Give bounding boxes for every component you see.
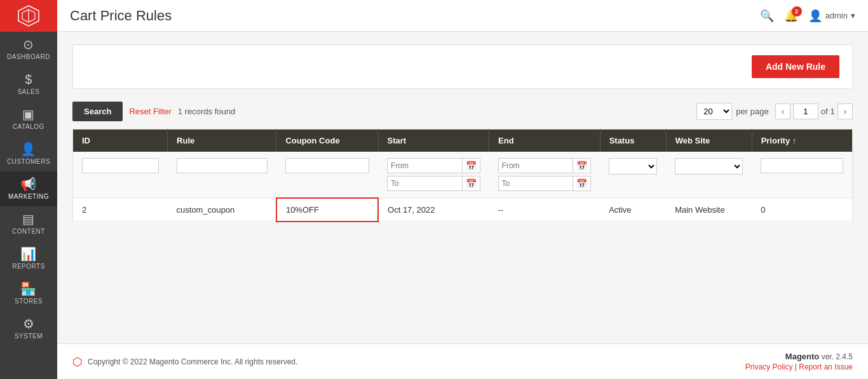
chevron-down-icon: ▾ <box>851 11 855 20</box>
start-to-calendar-button[interactable]: 📅 <box>462 176 480 190</box>
report-issue-link[interactable]: Report an Issue <box>799 362 853 371</box>
sidebar-item-marketing[interactable]: 📢 MARKETING <box>0 171 57 206</box>
filter-end: 📅 📅 <box>498 158 592 191</box>
sidebar-item-reports[interactable]: 📊 REPORTS <box>0 241 57 276</box>
customers-icon: 👤 <box>20 143 37 156</box>
page-title: Cart Price Rules <box>70 8 172 24</box>
sidebar-label-marketing: MARKETING <box>8 193 49 200</box>
sales-icon: $ <box>25 73 32 86</box>
col-header-start: Start <box>378 130 489 152</box>
page-total: of 1 <box>821 107 835 116</box>
sidebar-label-dashboard: DASHBOARD <box>7 53 50 60</box>
sidebar: ⊙ DASHBOARD $ SALES ▣ CATALOG 👤 CUSTOMER… <box>0 0 57 379</box>
footer-separator: | <box>795 362 797 371</box>
filter-start-from-input[interactable] <box>388 159 462 172</box>
filter-id-input[interactable] <box>82 158 159 173</box>
search-button[interactable]: 🔍 <box>760 9 774 23</box>
content-icon: ▤ <box>22 213 35 225</box>
col-header-id: ID <box>73 130 168 152</box>
sidebar-label-system: SYSTEM <box>15 333 43 340</box>
search-button[interactable]: Search <box>72 102 123 121</box>
prev-page-button[interactable]: ‹ <box>775 103 790 119</box>
filter-website-wrap: Main Website <box>675 158 743 175</box>
add-new-rule-button[interactable]: Add New Rule <box>752 55 839 78</box>
per-page-label: per page <box>736 107 768 116</box>
sidebar-item-stores[interactable]: 🏪 STORES <box>0 276 57 311</box>
sidebar-label-sales: SALES <box>18 88 40 95</box>
sidebar-label-content: CONTENT <box>12 228 45 235</box>
cell-end: -- <box>489 198 600 222</box>
col-header-status: Status <box>600 130 666 152</box>
page-number-input[interactable] <box>793 103 818 119</box>
footer: ⬡ Copyright © 2022 Magento Commerce Inc.… <box>57 343 868 379</box>
col-header-end: End <box>489 130 600 152</box>
col-header-rule: Rule <box>168 130 276 152</box>
notifications-button[interactable]: 🔔 2 <box>784 9 798 23</box>
sidebar-item-system[interactable]: ⚙ SYSTEM <box>0 311 57 346</box>
grid-controls: Search Reset Filter 1 records found 20 3… <box>72 102 853 121</box>
sidebar-label-stores: STORES <box>15 298 43 305</box>
system-icon: ⚙ <box>23 317 35 330</box>
sidebar-item-sales[interactable]: $ SALES <box>0 67 57 102</box>
search-icon: 🔍 <box>760 10 774 22</box>
cell-id: 2 <box>73 198 168 222</box>
content-area: Add New Rule Search Reset Filter 1 recor… <box>57 32 868 343</box>
cell-status: Active <box>600 198 666 222</box>
privacy-policy-link[interactable]: Privacy Policy <box>745 362 793 371</box>
filter-end-to-input[interactable] <box>499 177 573 190</box>
topbar: Cart Price Rules 🔍 🔔 2 👤 admin ▾ <box>57 0 868 32</box>
footer-version: ver. 2.4.5 <box>822 352 853 361</box>
per-page-area: 20 30 50 100 per page <box>696 103 768 120</box>
filter-priority-input[interactable] <box>761 158 843 173</box>
sidebar-item-catalog[interactable]: ▣ CATALOG <box>0 102 57 136</box>
cell-rule: custom_coupon <box>168 198 276 222</box>
sidebar-item-dashboard[interactable]: ⊙ DASHBOARD <box>0 32 57 67</box>
sidebar-label-catalog: CATALOG <box>13 123 44 130</box>
sidebar-label-reports: REPORTS <box>12 263 45 270</box>
filter-start: 📅 📅 <box>387 158 480 191</box>
action-bar: Add New Rule <box>72 44 853 89</box>
footer-left: ⬡ Copyright © 2022 Magento Commerce Inc.… <box>72 355 297 369</box>
cell-start: Oct 17, 2022 <box>378 198 489 222</box>
sidebar-label-customers: CUSTOMERS <box>7 158 50 165</box>
cell-coupon-code: 10%OFF <box>276 198 378 222</box>
user-icon: 👤 <box>808 9 822 23</box>
dashboard-icon: ⊙ <box>23 38 34 51</box>
next-page-button[interactable]: › <box>837 103 853 119</box>
topbar-right: 🔍 🔔 2 👤 admin ▾ <box>760 9 855 23</box>
records-found: 1 records found <box>178 107 690 116</box>
filter-start-to-input[interactable] <box>388 177 462 190</box>
admin-menu-button[interactable]: 👤 admin ▾ <box>808 9 855 23</box>
sidebar-logo <box>0 0 57 32</box>
table-row[interactable]: 2 custom_coupon 10%OFF Oct 17, 2022 -- A… <box>73 198 853 222</box>
filter-status-select[interactable]: Active Inactive <box>609 159 656 174</box>
sidebar-item-customers[interactable]: 👤 CUSTOMERS <box>0 136 57 171</box>
end-from-calendar-button[interactable]: 📅 <box>573 159 590 173</box>
col-header-website: Web Site <box>666 130 752 152</box>
footer-right: Magento ver. 2.4.5 Privacy Policy | Repo… <box>745 352 853 371</box>
sidebar-item-content[interactable]: ▤ CONTENT <box>0 206 57 241</box>
per-page-select[interactable]: 20 30 50 100 <box>696 103 732 120</box>
filter-row: 📅 📅 📅 <box>73 152 853 198</box>
main-content: Cart Price Rules 🔍 🔔 2 👤 admin ▾ Add New… <box>57 0 868 379</box>
admin-label: admin <box>825 11 848 20</box>
filter-website-select[interactable]: Main Website <box>675 159 742 174</box>
filter-coupon-input[interactable] <box>285 158 369 173</box>
col-header-priority: Priority ↑ <box>752 130 852 152</box>
filter-end-from-input[interactable] <box>499 159 573 172</box>
col-header-coupon-code: Coupon Code <box>276 130 378 152</box>
magento-footer-logo: ⬡ <box>72 355 83 369</box>
cell-priority: 0 <box>752 198 852 222</box>
reports-icon: 📊 <box>20 248 37 260</box>
filter-rule-input[interactable] <box>177 158 268 173</box>
end-to-calendar-button[interactable]: 📅 <box>573 176 590 190</box>
cart-price-rules-table: ID Rule Coupon Code Start End Status Web… <box>72 129 853 222</box>
reset-filter-button[interactable]: Reset Filter <box>129 107 171 116</box>
start-from-calendar-button[interactable]: 📅 <box>462 159 480 173</box>
catalog-icon: ▣ <box>22 108 35 121</box>
filter-status-wrap: Active Inactive <box>609 158 657 175</box>
footer-brand: Magento <box>785 352 819 361</box>
marketing-icon: 📢 <box>20 178 37 190</box>
footer-copyright: Copyright © 2022 Magento Commerce Inc. A… <box>88 357 297 366</box>
notification-badge: 2 <box>792 6 802 17</box>
